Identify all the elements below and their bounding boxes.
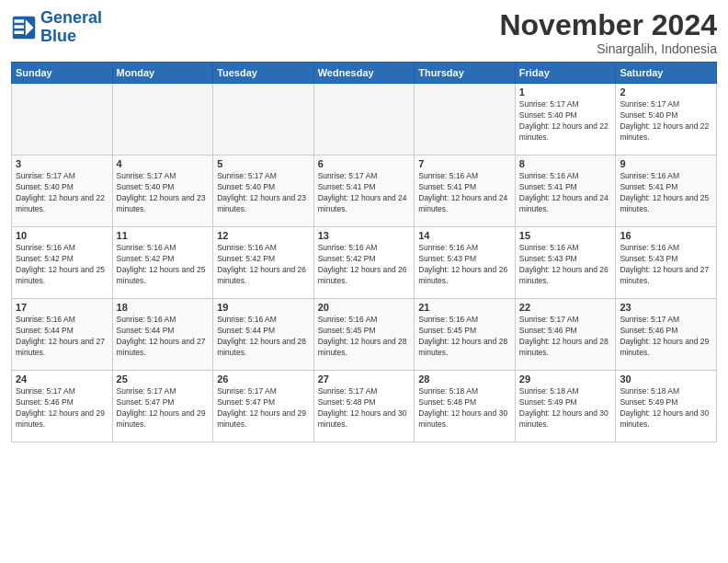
logo: General Blue (11, 9, 102, 46)
th-friday: Friday (515, 63, 616, 84)
week-row-2: 3Sunrise: 5:17 AMSunset: 5:40 PMDaylight… (12, 155, 717, 227)
day-info: Sunrise: 5:16 AMSunset: 5:41 PMDaylight:… (620, 171, 712, 215)
calendar-cell: 24Sunrise: 5:17 AMSunset: 5:46 PMDayligh… (12, 371, 113, 442)
calendar-cell: 25Sunrise: 5:17 AMSunset: 5:47 PMDayligh… (112, 371, 213, 442)
day-number: 21 (418, 302, 511, 313)
day-number: 17 (16, 302, 108, 313)
svg-rect-4 (15, 30, 25, 34)
calendar-cell: 29Sunrise: 5:18 AMSunset: 5:49 PMDayligh… (515, 371, 616, 442)
calendar-cell (12, 84, 113, 155)
calendar-cell: 3Sunrise: 5:17 AMSunset: 5:40 PMDaylight… (12, 155, 113, 227)
calendar-cell: 17Sunrise: 5:16 AMSunset: 5:44 PMDayligh… (12, 299, 113, 371)
day-number: 20 (318, 302, 411, 313)
calendar-cell (415, 84, 516, 155)
main-container: General Blue November 2024 Sinargalih, I… (0, 0, 728, 448)
day-info: Sunrise: 5:17 AMSunset: 5:40 PMDaylight:… (519, 99, 612, 144)
day-number: 10 (16, 230, 108, 241)
calendar-cell: 26Sunrise: 5:17 AMSunset: 5:47 PMDayligh… (213, 371, 314, 442)
day-info: Sunrise: 5:18 AMSunset: 5:49 PMDaylight:… (620, 386, 712, 431)
week-row-5: 24Sunrise: 5:17 AMSunset: 5:46 PMDayligh… (12, 371, 717, 442)
calendar-cell: 1Sunrise: 5:17 AMSunset: 5:40 PMDaylight… (515, 84, 616, 155)
week-row-1: 1Sunrise: 5:17 AMSunset: 5:40 PMDaylight… (12, 84, 717, 155)
day-info: Sunrise: 5:17 AMSunset: 5:48 PMDaylight:… (318, 386, 411, 431)
day-number: 28 (418, 373, 511, 385)
calendar-cell: 21Sunrise: 5:16 AMSunset: 5:45 PMDayligh… (415, 299, 516, 371)
day-number: 27 (318, 373, 411, 385)
title-block: November 2024 Sinargalih, Indonesia (499, 9, 717, 56)
day-number: 3 (16, 158, 108, 169)
th-monday: Monday (112, 63, 213, 84)
day-number: 7 (418, 158, 511, 169)
svg-rect-3 (15, 25, 25, 29)
day-info: Sunrise: 5:16 AMSunset: 5:43 PMDaylight:… (620, 243, 712, 287)
day-info: Sunrise: 5:17 AMSunset: 5:47 PMDaylight:… (217, 386, 310, 431)
th-sunday: Sunday (12, 63, 113, 84)
day-number: 25 (117, 373, 210, 385)
day-number: 18 (117, 302, 210, 313)
calendar-cell: 27Sunrise: 5:17 AMSunset: 5:48 PMDayligh… (313, 371, 415, 442)
calendar-cell: 6Sunrise: 5:17 AMSunset: 5:41 PMDaylight… (313, 155, 415, 227)
day-info: Sunrise: 5:17 AMSunset: 5:40 PMDaylight:… (217, 171, 310, 215)
week-row-3: 10Sunrise: 5:16 AMSunset: 5:42 PMDayligh… (12, 227, 717, 299)
day-number: 24 (16, 373, 108, 385)
calendar-cell (313, 84, 415, 155)
calendar-cell: 28Sunrise: 5:18 AMSunset: 5:48 PMDayligh… (415, 371, 516, 442)
day-info: Sunrise: 5:16 AMSunset: 5:43 PMDaylight:… (519, 243, 612, 287)
day-number: 22 (519, 302, 612, 313)
month-title: November 2024 (499, 9, 717, 41)
calendar-cell: 2Sunrise: 5:17 AMSunset: 5:40 PMDaylight… (616, 84, 717, 155)
day-info: Sunrise: 5:16 AMSunset: 5:45 PMDaylight:… (318, 315, 411, 359)
day-info: Sunrise: 5:16 AMSunset: 5:42 PMDaylight:… (217, 243, 310, 287)
day-info: Sunrise: 5:17 AMSunset: 5:46 PMDaylight:… (620, 315, 712, 359)
calendar-cell: 9Sunrise: 5:16 AMSunset: 5:41 PMDaylight… (616, 155, 717, 227)
calendar-cell: 14Sunrise: 5:16 AMSunset: 5:43 PMDayligh… (415, 227, 516, 299)
day-number: 15 (519, 230, 612, 241)
day-info: Sunrise: 5:17 AMSunset: 5:47 PMDaylight:… (117, 386, 210, 431)
location: Sinargalih, Indonesia (499, 41, 717, 56)
calendar-cell (112, 84, 213, 155)
header: General Blue November 2024 Sinargalih, I… (11, 9, 717, 56)
logo-icon (11, 15, 37, 40)
day-number: 16 (620, 230, 712, 241)
calendar-cell: 30Sunrise: 5:18 AMSunset: 5:49 PMDayligh… (616, 371, 717, 442)
calendar-cell: 19Sunrise: 5:16 AMSunset: 5:44 PMDayligh… (213, 299, 314, 371)
day-info: Sunrise: 5:16 AMSunset: 5:44 PMDaylight:… (217, 315, 310, 359)
calendar-cell: 11Sunrise: 5:16 AMSunset: 5:42 PMDayligh… (112, 227, 213, 299)
day-info: Sunrise: 5:16 AMSunset: 5:44 PMDaylight:… (16, 315, 108, 359)
logo-text: General Blue (40, 9, 102, 46)
calendar-cell: 7Sunrise: 5:16 AMSunset: 5:41 PMDaylight… (415, 155, 516, 227)
day-info: Sunrise: 5:16 AMSunset: 5:44 PMDaylight:… (117, 315, 210, 359)
day-number: 5 (217, 158, 310, 169)
th-thursday: Thursday (415, 63, 516, 84)
calendar-cell: 16Sunrise: 5:16 AMSunset: 5:43 PMDayligh… (616, 227, 717, 299)
day-info: Sunrise: 5:17 AMSunset: 5:40 PMDaylight:… (117, 171, 210, 215)
day-info: Sunrise: 5:16 AMSunset: 5:42 PMDaylight:… (16, 243, 108, 287)
day-number: 19 (217, 302, 310, 313)
day-info: Sunrise: 5:16 AMSunset: 5:43 PMDaylight:… (418, 243, 511, 287)
week-row-4: 17Sunrise: 5:16 AMSunset: 5:44 PMDayligh… (12, 299, 717, 371)
calendar-table: Sunday Monday Tuesday Wednesday Thursday… (11, 62, 717, 442)
header-row: Sunday Monday Tuesday Wednesday Thursday… (12, 63, 717, 84)
day-number: 23 (620, 302, 712, 313)
day-number: 4 (117, 158, 210, 169)
calendar-cell: 15Sunrise: 5:16 AMSunset: 5:43 PMDayligh… (515, 227, 616, 299)
calendar-cell: 22Sunrise: 5:17 AMSunset: 5:46 PMDayligh… (515, 299, 616, 371)
calendar-cell: 4Sunrise: 5:17 AMSunset: 5:40 PMDaylight… (112, 155, 213, 227)
day-number: 9 (620, 158, 712, 169)
calendar-cell: 23Sunrise: 5:17 AMSunset: 5:46 PMDayligh… (616, 299, 717, 371)
calendar-cell: 20Sunrise: 5:16 AMSunset: 5:45 PMDayligh… (313, 299, 415, 371)
day-number: 14 (418, 230, 511, 241)
day-number: 8 (519, 158, 612, 169)
day-number: 30 (620, 373, 712, 385)
day-number: 12 (217, 230, 310, 241)
day-info: Sunrise: 5:17 AMSunset: 5:46 PMDaylight:… (16, 386, 108, 431)
day-info: Sunrise: 5:17 AMSunset: 5:46 PMDaylight:… (519, 315, 612, 359)
day-info: Sunrise: 5:18 AMSunset: 5:49 PMDaylight:… (519, 386, 612, 431)
th-saturday: Saturday (616, 63, 717, 84)
calendar-cell: 8Sunrise: 5:16 AMSunset: 5:41 PMDaylight… (515, 155, 616, 227)
calendar-cell: 13Sunrise: 5:16 AMSunset: 5:42 PMDayligh… (313, 227, 415, 299)
day-info: Sunrise: 5:16 AMSunset: 5:42 PMDaylight:… (318, 243, 411, 287)
logo-line2: Blue (40, 27, 76, 45)
day-info: Sunrise: 5:17 AMSunset: 5:41 PMDaylight:… (318, 171, 411, 215)
th-tuesday: Tuesday (213, 63, 314, 84)
